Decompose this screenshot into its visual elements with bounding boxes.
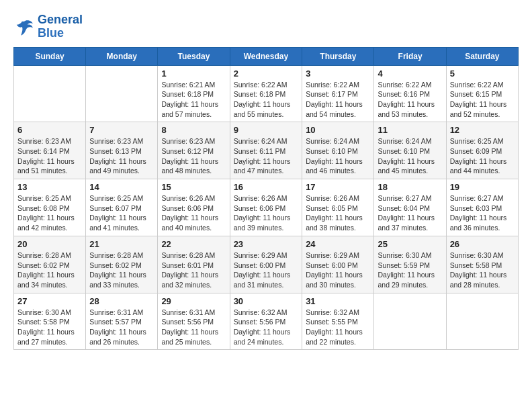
day-info: Sunrise: 6:30 AM Sunset: 5:58 PM Dayligh… <box>17 308 82 347</box>
day-number: 22 <box>161 239 226 249</box>
day-number: 16 <box>234 182 299 192</box>
day-info: Sunrise: 6:27 AM Sunset: 6:03 PM Dayligh… <box>450 193 515 233</box>
calendar-week: 1Sunrise: 6:21 AM Sunset: 6:18 PM Daylig… <box>14 65 519 122</box>
weekday-header: Thursday <box>302 47 374 65</box>
day-info: Sunrise: 6:29 AM Sunset: 6:00 PM Dayligh… <box>234 250 299 290</box>
day-info: Sunrise: 6:22 AM Sunset: 6:15 PM Dayligh… <box>450 80 515 120</box>
day-number: 11 <box>378 125 442 135</box>
calendar-cell: 28Sunrise: 6:31 AM Sunset: 5:57 PM Dayli… <box>86 293 158 350</box>
calendar-cell: 14Sunrise: 6:25 AM Sunset: 6:07 PM Dayli… <box>86 179 158 236</box>
day-number: 28 <box>89 296 154 306</box>
logo-text: General Blue <box>38 13 83 40</box>
day-info: Sunrise: 6:23 AM Sunset: 6:13 PM Dayligh… <box>89 136 154 176</box>
day-number: 10 <box>306 125 370 135</box>
day-info: Sunrise: 6:22 AM Sunset: 6:16 PM Dayligh… <box>378 80 442 120</box>
day-info: Sunrise: 6:25 AM Sunset: 6:07 PM Dayligh… <box>89 193 154 233</box>
day-info: Sunrise: 6:21 AM Sunset: 6:18 PM Dayligh… <box>161 80 226 120</box>
day-number: 7 <box>89 125 154 135</box>
day-number: 31 <box>306 296 370 306</box>
day-info: Sunrise: 6:25 AM Sunset: 6:08 PM Dayligh… <box>17 193 82 233</box>
calendar-cell: 16Sunrise: 6:26 AM Sunset: 6:06 PM Dayli… <box>230 179 302 236</box>
calendar-cell: 11Sunrise: 6:24 AM Sunset: 6:10 PM Dayli… <box>374 122 446 179</box>
calendar-cell: 12Sunrise: 6:25 AM Sunset: 6:09 PM Dayli… <box>446 122 518 179</box>
calendar-cell: 9Sunrise: 6:24 AM Sunset: 6:11 PM Daylig… <box>230 122 302 179</box>
day-info: Sunrise: 6:23 AM Sunset: 6:12 PM Dayligh… <box>161 136 226 176</box>
calendar-cell: 7Sunrise: 6:23 AM Sunset: 6:13 PM Daylig… <box>86 122 158 179</box>
calendar-cell: 3Sunrise: 6:22 AM Sunset: 6:17 PM Daylig… <box>302 65 374 122</box>
day-info: Sunrise: 6:32 AM Sunset: 5:55 PM Dayligh… <box>306 308 370 347</box>
calendar-cell: 29Sunrise: 6:31 AM Sunset: 5:56 PM Dayli… <box>158 293 230 350</box>
weekday-header: Tuesday <box>158 47 230 65</box>
day-info: Sunrise: 6:24 AM Sunset: 6:10 PM Dayligh… <box>306 136 370 176</box>
day-number: 18 <box>378 182 442 192</box>
day-number: 8 <box>161 125 226 135</box>
calendar-week: 27Sunrise: 6:30 AM Sunset: 5:58 PM Dayli… <box>14 293 519 350</box>
day-number: 20 <box>17 239 82 249</box>
weekday-header: Friday <box>374 47 446 65</box>
calendar-cell: 25Sunrise: 6:30 AM Sunset: 5:59 PM Dayli… <box>374 236 446 293</box>
calendar-cell: 19Sunrise: 6:27 AM Sunset: 6:03 PM Dayli… <box>446 179 518 236</box>
weekday-header: Wednesday <box>230 47 302 65</box>
calendar-cell: 15Sunrise: 6:26 AM Sunset: 6:06 PM Dayli… <box>158 179 230 236</box>
calendar-header: SundayMondayTuesdayWednesdayThursdayFrid… <box>14 47 519 65</box>
day-number: 27 <box>17 296 82 306</box>
calendar-body: 1Sunrise: 6:21 AM Sunset: 6:18 PM Daylig… <box>14 65 519 350</box>
day-info: Sunrise: 6:26 AM Sunset: 6:06 PM Dayligh… <box>161 193 226 233</box>
calendar-cell: 30Sunrise: 6:32 AM Sunset: 5:56 PM Dayli… <box>230 293 302 350</box>
day-info: Sunrise: 6:28 AM Sunset: 6:02 PM Dayligh… <box>17 250 82 290</box>
day-info: Sunrise: 6:30 AM Sunset: 5:59 PM Dayligh… <box>378 250 442 290</box>
calendar-cell: 20Sunrise: 6:28 AM Sunset: 6:02 PM Dayli… <box>14 236 86 293</box>
calendar-cell: 23Sunrise: 6:29 AM Sunset: 6:00 PM Dayli… <box>230 236 302 293</box>
day-info: Sunrise: 6:22 AM Sunset: 6:17 PM Dayligh… <box>306 80 370 120</box>
calendar-cell <box>86 65 158 122</box>
calendar-week: 20Sunrise: 6:28 AM Sunset: 6:02 PM Dayli… <box>14 236 519 293</box>
day-info: Sunrise: 6:31 AM Sunset: 5:56 PM Dayligh… <box>161 308 226 347</box>
calendar-cell: 2Sunrise: 6:22 AM Sunset: 6:18 PM Daylig… <box>230 65 302 122</box>
day-number: 24 <box>306 239 370 249</box>
day-number: 5 <box>450 68 515 79</box>
calendar-cell: 6Sunrise: 6:23 AM Sunset: 6:14 PM Daylig… <box>14 122 86 179</box>
day-number: 25 <box>378 239 442 249</box>
calendar-cell: 31Sunrise: 6:32 AM Sunset: 5:55 PM Dayli… <box>302 293 374 350</box>
day-info: Sunrise: 6:27 AM Sunset: 6:04 PM Dayligh… <box>378 193 442 233</box>
calendar-cell: 24Sunrise: 6:29 AM Sunset: 6:00 PM Dayli… <box>302 236 374 293</box>
calendar-cell: 13Sunrise: 6:25 AM Sunset: 6:08 PM Dayli… <box>14 179 86 236</box>
day-info: Sunrise: 6:26 AM Sunset: 6:06 PM Dayligh… <box>234 193 299 233</box>
calendar-cell: 4Sunrise: 6:22 AM Sunset: 6:16 PM Daylig… <box>374 65 446 122</box>
day-info: Sunrise: 6:22 AM Sunset: 6:18 PM Dayligh… <box>234 80 299 120</box>
calendar-cell: 17Sunrise: 6:26 AM Sunset: 6:05 PM Dayli… <box>302 179 374 236</box>
day-number: 15 <box>161 182 226 192</box>
calendar-cell: 1Sunrise: 6:21 AM Sunset: 6:18 PM Daylig… <box>158 65 230 122</box>
day-number: 14 <box>89 182 154 192</box>
day-info: Sunrise: 6:28 AM Sunset: 6:02 PM Dayligh… <box>89 250 154 290</box>
day-number: 12 <box>450 125 515 135</box>
day-number: 9 <box>234 125 299 135</box>
weekday-header: Monday <box>86 47 158 65</box>
calendar-table: SundayMondayTuesdayWednesdayThursdayFrid… <box>13 47 519 351</box>
calendar-cell: 21Sunrise: 6:28 AM Sunset: 6:02 PM Dayli… <box>86 236 158 293</box>
calendar-cell <box>374 293 446 350</box>
day-info: Sunrise: 6:32 AM Sunset: 5:56 PM Dayligh… <box>234 308 299 347</box>
day-info: Sunrise: 6:25 AM Sunset: 6:09 PM Dayligh… <box>450 136 515 176</box>
day-info: Sunrise: 6:24 AM Sunset: 6:10 PM Dayligh… <box>378 136 442 176</box>
day-info: Sunrise: 6:30 AM Sunset: 5:58 PM Dayligh… <box>450 250 515 290</box>
logo-icon <box>13 16 35 38</box>
calendar-cell: 5Sunrise: 6:22 AM Sunset: 6:15 PM Daylig… <box>446 65 518 122</box>
weekday-header: Saturday <box>446 47 518 65</box>
calendar-cell <box>446 293 518 350</box>
calendar-cell: 27Sunrise: 6:30 AM Sunset: 5:58 PM Dayli… <box>14 293 86 350</box>
calendar-cell: 22Sunrise: 6:28 AM Sunset: 6:01 PM Dayli… <box>158 236 230 293</box>
day-number: 30 <box>234 296 299 306</box>
weekday-header: Sunday <box>14 47 86 65</box>
day-info: Sunrise: 6:28 AM Sunset: 6:01 PM Dayligh… <box>161 250 226 290</box>
calendar-cell <box>14 65 86 122</box>
calendar-week: 13Sunrise: 6:25 AM Sunset: 6:08 PM Dayli… <box>14 179 519 236</box>
calendar-cell: 26Sunrise: 6:30 AM Sunset: 5:58 PM Dayli… <box>446 236 518 293</box>
day-number: 1 <box>161 68 226 79</box>
day-number: 26 <box>450 239 515 249</box>
day-number: 3 <box>306 68 370 79</box>
day-info: Sunrise: 6:29 AM Sunset: 6:00 PM Dayligh… <box>306 250 370 290</box>
day-info: Sunrise: 6:31 AM Sunset: 5:57 PM Dayligh… <box>89 308 154 347</box>
day-info: Sunrise: 6:24 AM Sunset: 6:11 PM Dayligh… <box>234 136 299 176</box>
day-info: Sunrise: 6:26 AM Sunset: 6:05 PM Dayligh… <box>306 193 370 233</box>
